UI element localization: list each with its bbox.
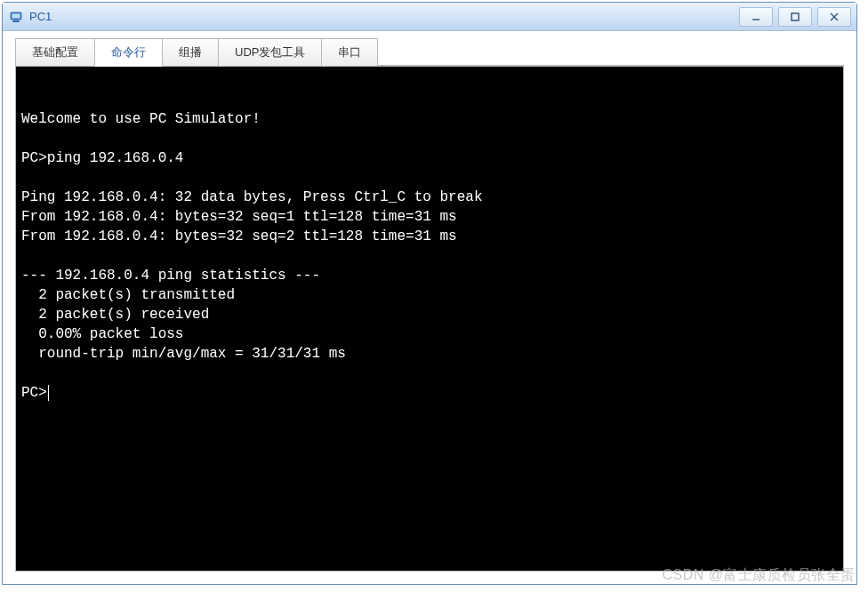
maximize-button[interactable] xyxy=(778,7,812,27)
tab-label: 串口 xyxy=(338,45,361,59)
terminal-output: Welcome to use PC Simulator! PC>ping 192… xyxy=(21,109,838,403)
app-icon xyxy=(8,9,24,25)
tab-serial[interactable]: 串口 xyxy=(321,38,378,66)
tab-multicast[interactable]: 组播 xyxy=(162,38,219,66)
svg-rect-5 xyxy=(792,13,799,20)
window: PC1 基础配置 命令行 组播 UDP发包工具 串口 Welcome to us… xyxy=(2,2,857,585)
tab-basic-config[interactable]: 基础配置 xyxy=(15,38,95,66)
client-area: 基础配置 命令行 组播 UDP发包工具 串口 Welcome to use PC… xyxy=(3,31,856,584)
svg-rect-3 xyxy=(12,21,20,22)
tab-label: 组播 xyxy=(179,45,202,59)
tab-label: 基础配置 xyxy=(32,45,78,59)
tab-udp-tool[interactable]: UDP发包工具 xyxy=(218,38,322,66)
tab-label: UDP发包工具 xyxy=(235,45,305,59)
svg-rect-1 xyxy=(12,13,20,18)
tab-label: 命令行 xyxy=(111,45,146,59)
minimize-button[interactable] xyxy=(739,7,773,27)
window-controls xyxy=(739,7,851,27)
titlebar[interactable]: PC1 xyxy=(3,3,856,31)
close-button[interactable] xyxy=(817,7,851,27)
tab-strip: 基础配置 命令行 组播 UDP发包工具 串口 xyxy=(15,38,844,66)
window-title: PC1 xyxy=(29,10,739,23)
terminal-cursor xyxy=(48,385,49,401)
svg-rect-2 xyxy=(13,20,19,21)
terminal[interactable]: Welcome to use PC Simulator! PC>ping 192… xyxy=(15,66,844,572)
tab-command-line[interactable]: 命令行 xyxy=(94,38,163,67)
